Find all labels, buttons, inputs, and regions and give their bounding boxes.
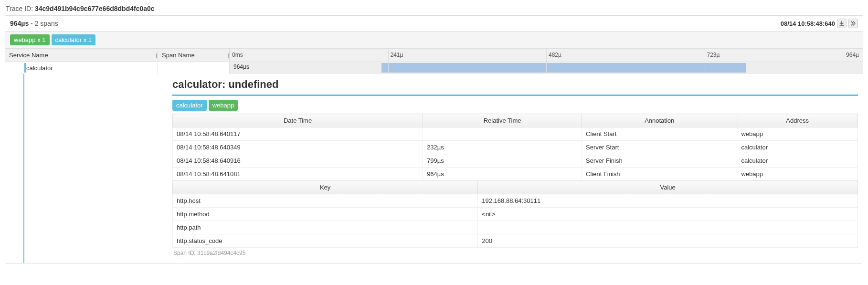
table-header: Relative Time xyxy=(423,114,582,127)
timeline-gridline xyxy=(705,62,705,73)
table-cell: http.path xyxy=(173,221,478,234)
annotations-table: Date TimeRelative TimeAnnotationAddress … xyxy=(172,114,858,181)
timeline-tick: 0ms xyxy=(230,49,245,62)
table-cell: 08/14 10:58:48.641081 xyxy=(173,168,423,181)
table-header: Value xyxy=(478,181,858,194)
table-header: Date Time xyxy=(173,114,423,127)
span-duration-label: 964µs xyxy=(233,63,249,70)
table-row: http.status_code200 xyxy=(173,234,858,248)
table-cell xyxy=(478,221,858,234)
table-row: http.path xyxy=(173,221,858,234)
table-header: Key xyxy=(173,181,478,194)
table-cell: 799µs xyxy=(423,154,582,168)
span-id-label: Span ID: xyxy=(173,250,196,256)
table-cell: Client Start xyxy=(582,127,737,141)
total-duration: 964µs xyxy=(10,20,29,27)
service-chips-row: webapp x 1calculator x 1 xyxy=(5,32,863,49)
table-cell: <nil> xyxy=(478,208,858,221)
timeline-tick: 482µ xyxy=(546,49,563,62)
span-id-value: 31c9a2fd494c4c95 xyxy=(197,250,245,256)
table-row: 08/14 10:58:48.640916799µsServer Finishc… xyxy=(173,154,858,168)
table-row: 08/14 10:58:48.640117Client Startwebapp xyxy=(173,127,858,141)
table-cell: 08/14 10:58:48.640349 xyxy=(173,141,423,154)
download-json-button[interactable] xyxy=(837,19,847,28)
detail-chips: calculatorwebapp xyxy=(172,100,858,111)
expand-button[interactable] xyxy=(848,19,858,28)
table-cell: Client Finish xyxy=(582,168,737,181)
trace-id-label: Trace ID: xyxy=(6,5,33,12)
table-row: 08/14 10:58:48.640349232µsServer Startca… xyxy=(173,141,858,154)
span-name-cell xyxy=(158,62,229,74)
table-row: http.host192.168.88.64:30111 xyxy=(173,194,858,208)
grid-header: Service Name || Span Name || 0ms241µ482µ… xyxy=(5,49,863,62)
resize-handle-icon[interactable]: || xyxy=(227,53,228,58)
col-header-service: Service Name || xyxy=(5,49,158,62)
table-cell: 08/14 10:58:48.640916 xyxy=(173,154,423,168)
table-cell: 08/14 10:58:48.640117 xyxy=(173,127,423,141)
trace-panel: 964µs - 2 spans 08/14 10:58:48:640 webap… xyxy=(5,15,863,264)
table-cell xyxy=(423,127,582,141)
table-cell: 232µs xyxy=(423,141,582,154)
header-right: 08/14 10:58:48:640 xyxy=(781,19,858,28)
table-cell: webapp xyxy=(737,127,858,141)
span-row[interactable]: calculator 964µs xyxy=(5,62,863,74)
timeline-tick: 723µ xyxy=(705,49,722,62)
table-cell: 964µs xyxy=(423,168,582,181)
span-timeline-cell: 964µs xyxy=(230,62,863,74)
span-service-name-text: calculator xyxy=(26,64,53,72)
resize-handle-icon[interactable]: || xyxy=(156,53,157,58)
table-header: Address xyxy=(737,114,858,127)
detail-chip[interactable]: calculator xyxy=(172,100,207,111)
span-id-line: Span ID: 31c9a2fd494c4c95 xyxy=(172,248,858,258)
table-cell: http.status_code xyxy=(173,234,478,248)
table-cell: webapp xyxy=(737,168,858,181)
table-row: 08/14 10:58:48.641081964µsClient Finishw… xyxy=(173,168,858,181)
tree-guide xyxy=(5,74,24,263)
panel-header: 964µs - 2 spans 08/14 10:58:48:640 xyxy=(5,16,863,32)
table-cell: calculator xyxy=(737,154,858,168)
col-header-span-label: Span Name xyxy=(162,52,195,59)
trace-header: Trace ID: 34c9d491b94c9c677e66d8dbd4fc0a… xyxy=(5,4,863,15)
table-cell: Server Finish xyxy=(582,154,737,168)
col-header-service-label: Service Name xyxy=(9,52,48,59)
table-cell: http.host xyxy=(173,194,478,208)
detail-chip[interactable]: webapp xyxy=(209,100,238,111)
timeline-tick: 241µ xyxy=(388,49,405,62)
service-chip[interactable]: webapp x 1 xyxy=(10,34,50,45)
table-cell: 200 xyxy=(478,234,858,248)
table-row: http.method<nil> xyxy=(173,208,858,221)
table-cell: calculator xyxy=(737,141,858,154)
accent-bar xyxy=(172,95,858,96)
trace-timestamp: 08/14 10:58:48:640 xyxy=(781,20,835,27)
timeline-gridline xyxy=(388,62,389,73)
table-header: Annotation xyxy=(582,114,737,127)
col-header-timeline: 0ms241µ482µ723µ964µ xyxy=(230,49,863,62)
span-service-name: calculator xyxy=(5,62,158,74)
span-bar xyxy=(381,63,745,73)
timeline-gridline xyxy=(546,62,547,73)
col-header-span: Span Name || xyxy=(158,49,230,62)
span-detail-title: calculator: undefined xyxy=(172,78,858,91)
service-chip[interactable]: calculator x 1 xyxy=(52,34,96,45)
table-cell: http.method xyxy=(173,208,478,221)
trace-id-value: 34c9d491b94c9c677e66d8dbd4fc0a0c xyxy=(35,5,155,12)
detail-area: calculator: undefined calculatorwebapp D… xyxy=(5,74,863,263)
table-cell: 192.168.88.64:30111 xyxy=(478,194,858,208)
duration-summary: 964µs - 2 spans xyxy=(10,20,58,27)
span-count-text: - 2 spans xyxy=(31,20,58,27)
table-cell: Server Start xyxy=(582,141,737,154)
tags-table: KeyValue http.host192.168.88.64:30111htt… xyxy=(172,180,858,248)
timeline-tick: 964µ xyxy=(844,49,861,62)
